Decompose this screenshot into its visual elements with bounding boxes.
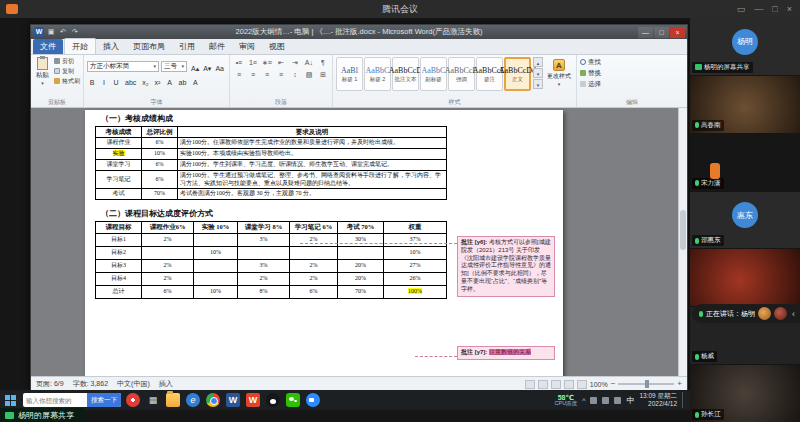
subscript-button[interactable]: x₂ [140, 76, 150, 87]
collapse-icon[interactable]: ‹ [792, 309, 795, 319]
word-minimize-button[interactable]: — [638, 27, 653, 38]
format-painter-button[interactable]: 格式刷 [54, 76, 80, 86]
style-item[interactable]: AaBbCcDd正文 [504, 57, 531, 91]
highlight-color-button[interactable]: ab [177, 76, 189, 87]
multilevel-list-button[interactable]: ∗≡ [261, 57, 273, 68]
text-effects-button[interactable]: A [165, 76, 175, 87]
italic-button[interactable]: I [99, 76, 109, 87]
style-item[interactable]: AaBl标题 1 [336, 57, 363, 91]
word-logo-icon[interactable]: W [34, 27, 44, 37]
speaking-toast[interactable]: 正在讲话：杨明 ‹ [692, 304, 800, 323]
outline-view-icon[interactable] [564, 380, 574, 389]
redo-icon[interactable]: ↷ [70, 27, 80, 37]
cpu-temp-widget[interactable]: 58℃ CPU温度 [555, 394, 578, 407]
search-input[interactable] [23, 397, 87, 404]
tray-expand-icon[interactable]: ^ [582, 397, 585, 404]
participant-tile[interactable]: 宋力潇 [690, 134, 800, 191]
justify-button[interactable]: ≡ [275, 69, 287, 80]
task-view-icon[interactable]: ▦ [146, 393, 160, 407]
strikethrough-button[interactable]: abc [123, 76, 138, 87]
style-item[interactable]: AaBbCcD批注文本 [392, 57, 419, 91]
comment-balloon[interactable]: 批注 [y6]: 考核方式可以参照[城建院发（2021）213号 关于印发《沈阳… [457, 236, 555, 297]
ribbon-tab[interactable]: 审阅 [232, 39, 262, 54]
ie-browser-icon[interactable]: e [186, 393, 200, 407]
underline-button[interactable]: U [111, 76, 121, 87]
network-icon[interactable] [602, 397, 609, 404]
word-close-button[interactable]: × [670, 27, 685, 38]
start-button[interactable] [3, 393, 18, 408]
save-icon[interactable]: ▣ [46, 27, 56, 37]
clear-formatting-button[interactable]: Aa [213, 64, 226, 73]
superscript-button[interactable]: x² [153, 76, 163, 87]
ribbon-tab[interactable]: 引用 [172, 39, 202, 54]
zoom-out-button[interactable]: − [611, 379, 616, 389]
participant-tile[interactable]: 惠东邵惠东 [690, 192, 800, 249]
bullets-button[interactable]: •≡ [233, 57, 245, 68]
file-explorer-icon[interactable] [166, 393, 180, 407]
shading-button[interactable]: ▨ [303, 69, 315, 80]
gallery-expand-icon[interactable]: ▾ [533, 79, 543, 89]
line-spacing-button[interactable]: ↕ [289, 69, 301, 80]
ribbon-tab[interactable]: 视图 [262, 39, 292, 54]
vertical-scrollbar[interactable] [678, 108, 687, 376]
zoom-level[interactable]: 100% [590, 381, 608, 388]
close-button[interactable]: × [787, 0, 792, 18]
find-button[interactable]: 查找 [580, 57, 684, 67]
undo-icon[interactable]: ↶ [58, 27, 68, 37]
zoom-slider-thumb[interactable] [645, 380, 649, 388]
wps-icon[interactable]: W [246, 393, 260, 407]
font-name-select[interactable]: 方正小标宋简 ▾ [87, 61, 159, 72]
word-maximize-button[interactable]: □ [654, 27, 669, 38]
paragraph-marks-button[interactable]: ¶ [317, 57, 329, 68]
print-layout-view-icon[interactable] [525, 380, 535, 389]
sound-icon[interactable] [590, 397, 597, 404]
gallery-scroll-up-icon[interactable]: ▴ [533, 57, 543, 67]
numbering-button[interactable]: 1≡ [247, 57, 259, 68]
search-button[interactable]: 搜索一下 [87, 393, 121, 407]
qq-icon[interactable] [266, 393, 280, 407]
word-count[interactable]: 字数: 3,862 [73, 379, 108, 389]
word-titlebar[interactable]: W▣↶↷ 2022版大纲情…- 电脑 | 《…- 批注版.docx - Micr… [31, 25, 687, 39]
zoom-in-button[interactable]: + [677, 379, 682, 389]
style-item[interactable]: AaBbC标题 2 [364, 57, 391, 91]
minimize-button[interactable]: — [754, 0, 763, 18]
increase-indent-button[interactable]: ⇥ [289, 57, 301, 68]
align-left-button[interactable]: ≡ [233, 69, 245, 80]
taskbar-search[interactable]: 搜索一下 [23, 393, 121, 407]
page-indicator[interactable]: 页面: 6/9 [36, 379, 64, 389]
style-item[interactable]: AaBbC副标题 [420, 57, 447, 91]
sort-button[interactable]: A↓ [303, 57, 315, 68]
decrease-indent-button[interactable]: ⇤ [275, 57, 287, 68]
ime-indicator[interactable]: 中 [626, 395, 634, 406]
fullscreen-view-icon[interactable] [538, 380, 548, 389]
scrollbar-thumb[interactable] [680, 210, 686, 250]
language-indicator[interactable]: 中文(中国) [117, 379, 150, 389]
change-styles-button[interactable]: A 更改样式 ▾ [545, 57, 573, 87]
comment-balloon[interactable]: 批注 [y7]: 注意数值的关系 [457, 346, 555, 360]
maximize-button[interactable]: □ [772, 0, 777, 18]
monitor-icon[interactable]: ▭ [737, 0, 746, 18]
copy-button[interactable]: 复制 [54, 66, 80, 76]
gallery-scroll-down-icon[interactable]: ▾ [533, 68, 543, 78]
participant-tile[interactable]: 高春南 [690, 76, 800, 133]
participant-tile[interactable] [690, 249, 800, 306]
participant-tile[interactable]: 杨明杨明的屏幕共享 [690, 18, 800, 75]
document-page[interactable]: （一）考核成绩构成 考核成绩总评比例要求及说明课程作业6%满分100分。任课教师… [85, 110, 563, 376]
chrome-icon[interactable] [206, 393, 220, 407]
select-button[interactable]: 选择 [580, 79, 684, 89]
replace-button[interactable]: 替换 [580, 68, 684, 78]
taskbar-clock[interactable]: 13:09 星期二 2022/4/12 [639, 392, 677, 408]
browser-360-icon[interactable] [126, 393, 140, 407]
security-icon[interactable] [614, 397, 621, 404]
ribbon-tab[interactable]: 邮件 [202, 39, 232, 54]
notification-button[interactable] [682, 392, 687, 408]
font-color-button[interactable]: A [190, 76, 200, 87]
draft-view-icon[interactable] [577, 380, 587, 389]
ribbon-tab[interactable]: 页面布局 [126, 39, 172, 54]
insert-mode-indicator[interactable]: 插入 [159, 379, 173, 389]
web-view-icon[interactable] [551, 380, 561, 389]
ribbon-tab[interactable]: 文件 [33, 39, 63, 54]
grow-font-button[interactable]: A▴ [189, 64, 201, 73]
zoom-slider[interactable] [618, 383, 674, 385]
bold-button[interactable]: B [87, 76, 97, 87]
